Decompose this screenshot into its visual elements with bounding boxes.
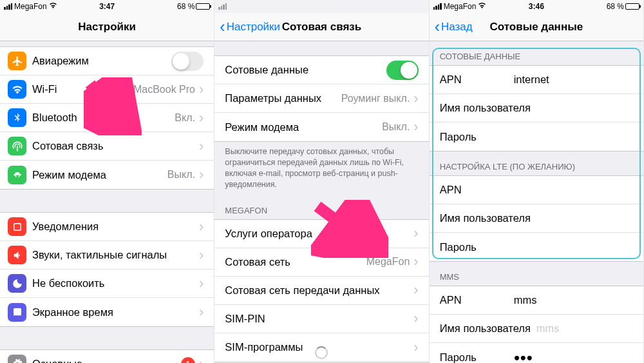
row-label: Wi-Fi [32,83,96,95]
row-label: Авиарежим [32,55,171,67]
row-cell-data[interactable]: Сотовые данные [214,56,428,84]
field-value[interactable]: internet [514,74,549,86]
status-time: 3:47 [73,2,142,11]
section-header-megafon: MEGAFON [214,195,428,219]
airplane-toggle[interactable] [171,52,204,71]
signal-icon [433,3,442,10]
hotspot-icon [8,166,26,184]
row-screentime[interactable]: Экранное время › [0,298,214,326]
sounds-icon [8,246,26,264]
row-carrier-services[interactable]: Услуги оператора › [214,220,428,248]
row-dnd[interactable]: Не беспокоить › [0,270,214,298]
row-label: SIM-PIN [225,313,413,325]
row-general[interactable]: Основные 1 › [0,350,214,363]
row-username[interactable]: Имя пользователя [430,94,643,123]
cell-data-toggle[interactable] [386,61,419,80]
signal-icon [218,3,227,10]
status-bar: MegaFon 3:46 68 % [430,0,643,13]
field-label: Имя пользователя [440,102,633,114]
field-label: APN [440,184,633,196]
status-bar: MegaFon 3:47 68 % [0,0,214,13]
field-label: Имя пользователя [440,212,633,224]
row-apn[interactable]: APN mms [430,286,643,315]
row-hotspot[interactable]: Режим модема Выкл. › [0,161,214,189]
row-label: Не беспокоить [32,277,199,289]
list-general: Основные 1 › Пункт управления › AA Экран… [0,349,214,363]
wifi-icon [49,2,57,10]
page-title: Настройки [0,21,214,34]
back-button[interactable]: ‹ Назад [435,21,473,34]
list-notif: Уведомления › Звуки, тактильные сигналы … [0,212,214,327]
section-footer: Выключите передачу сотовых данных, чтобы… [214,142,428,195]
row-data-params[interactable]: Параметры данных Роуминг выкл. › [214,84,428,113]
field-value[interactable]: ●●● [514,351,533,364]
field-value[interactable]: mms [514,294,537,306]
row-apn[interactable]: APN internet [430,66,643,94]
row-password[interactable]: Пароль [430,233,643,261]
row-label: Услуги оператора [225,228,413,240]
antenna-icon [8,137,26,155]
battery-pct-label: 68 % [177,2,194,11]
row-wifi[interactable]: Wi-Fi Gorban MacBook Pro › [0,75,214,104]
status-time: 3:46 [502,2,571,11]
row-sounds[interactable]: Звуки, тактильные сигналы › [0,241,214,270]
row-label: Сотовая сеть [225,256,366,268]
row-value: Gorban MacBook Pro [96,84,195,95]
row-data-network[interactable]: Сотовая сеть передачи данных › [214,277,428,305]
badge-count: 1 [181,357,195,364]
row-cellular[interactable]: Сотовая связь › [0,132,214,161]
row-airplane[interactable]: Авиарежим [0,47,214,75]
row-label: Режим модема [32,169,167,181]
row-label: Уведомления [32,221,199,233]
list-apn-mms: APN mms Имя пользователя mms Пароль ●●● [430,286,643,363]
field-label: Пароль [440,241,633,253]
field-label: Имя пользователя [440,322,536,335]
row-label: Параметры данных [225,92,341,104]
list-cell-top: Сотовые данные Параметры данных Роуминг … [214,55,428,142]
row-value: Выкл. [167,169,195,181]
list-connectivity: Авиарежим Wi-Fi Gorban MacBook Pro › Blu… [0,46,214,190]
apn-panel: MegaFon 3:46 68 % ‹ Назад Сотовые данные… [430,0,644,363]
wifi-icon [478,2,486,10]
section-header-mms: MMS [430,262,643,286]
back-label: Настройки [227,21,280,34]
row-value: MegaFon [366,256,410,268]
row-username[interactable]: Имя пользователя [430,204,643,233]
field-label: Пароль [440,131,633,143]
row-value: Выкл. [382,121,410,133]
row-bluetooth[interactable]: Bluetooth Вкл. › [0,104,214,132]
settings-root-panel: MegaFon 3:47 68 % Настройки Авиарежим Wi… [0,0,214,363]
field-label: APN [440,294,501,306]
row-notifications[interactable]: Уведомления › [0,213,214,241]
carrier-label: MegaFon [14,2,47,11]
row-hotspot2[interactable]: Режим модема Выкл. › [214,113,428,141]
field-label: APN [440,74,501,86]
row-value: Роуминг выкл. [341,93,410,104]
svg-rect-1 [14,224,20,230]
field-value[interactable]: mms [536,322,560,335]
nav-bar: ‹ Настройки Сотовая связь [214,13,428,41]
row-sim-pin[interactable]: SIM-PIN › [214,305,428,333]
list-apn-celldata: APN internet Имя пользователя Пароль [430,65,643,152]
row-username[interactable]: Имя пользователя mms [430,315,643,343]
nav-bar: Настройки [0,13,214,41]
battery-pct-label: 68 % [607,2,624,11]
airplane-icon [8,52,26,70]
nav-bar: ‹ Назад Сотовые данные [430,13,643,41]
back-button[interactable]: ‹ Настройки [220,21,280,34]
back-label: Назад [441,21,473,34]
screentime-icon [8,303,26,322]
row-label: Сотовая связь [32,140,199,152]
list-megafon: Услуги оператора › Сотовая сеть MegaFon … [214,219,428,362]
row-network[interactable]: Сотовая сеть MegaFon › [214,248,428,277]
row-label: Звуки, тактильные сигналы [32,249,199,261]
carrier-label: MegaFon [444,2,477,11]
row-apn[interactable]: APN [430,176,643,204]
row-label: Экранное время [32,306,199,319]
battery-icon [196,3,210,10]
status-bar [214,0,428,13]
row-password[interactable]: Пароль ●●● [430,343,643,363]
row-password[interactable]: Пароль [430,123,643,151]
row-value: Вкл. [175,112,195,124]
row-label: Сотовые данные [225,64,386,76]
